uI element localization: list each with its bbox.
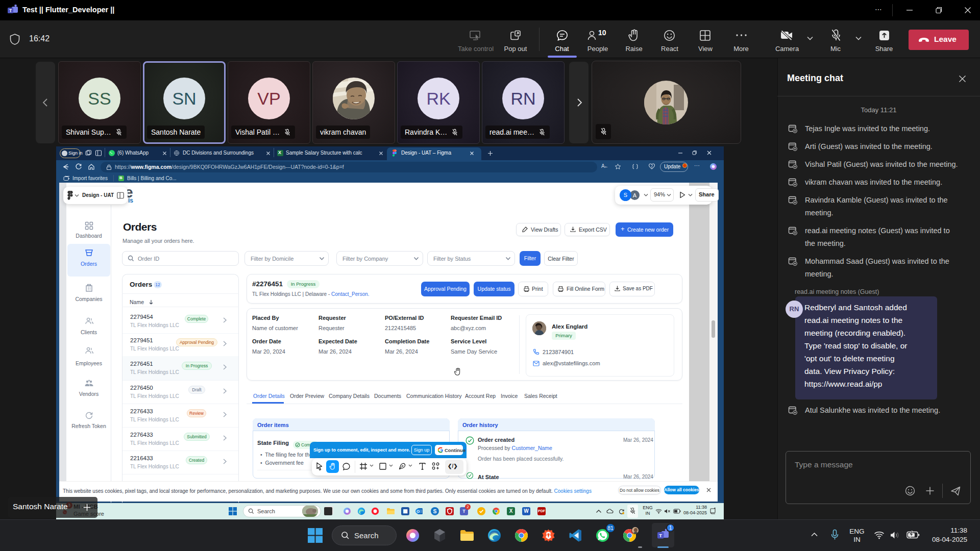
svg-text:T: T <box>9 8 12 13</box>
svg-text:O: O <box>416 509 420 514</box>
svg-text:T: T <box>659 533 662 538</box>
